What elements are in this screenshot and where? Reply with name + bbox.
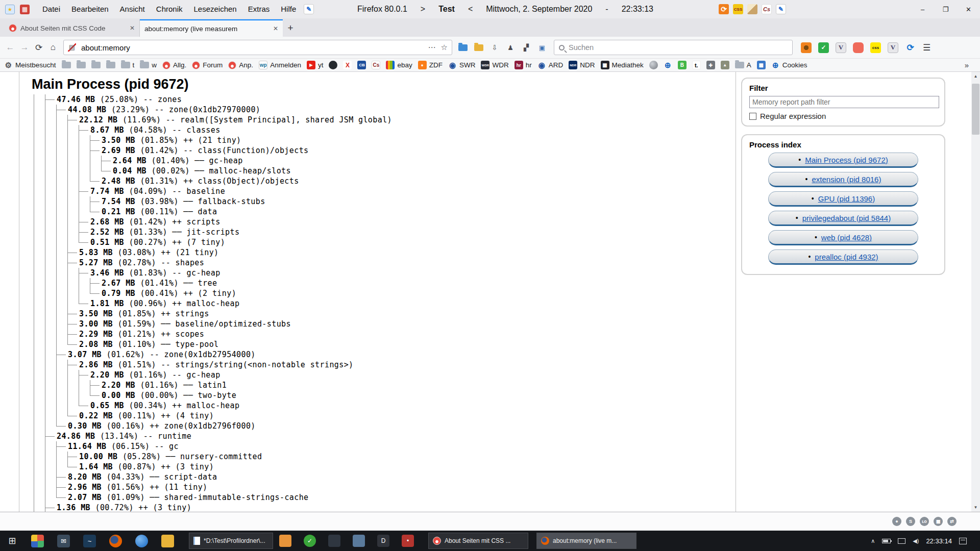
colorzilla-icon[interactable]: Cs (762, 4, 772, 14)
session-grid-icon[interactable]: ▦ (20, 5, 30, 14)
resize-icon[interactable]: ⇄ (947, 517, 957, 526)
memory-tree-row[interactable]: 0.51 MB (00.27%) ++ (7 tiny) (32, 237, 736, 247)
process-link[interactable]: prealloc (pid 4932) (815, 253, 878, 261)
tab-about-seiten[interactable]: About Seiten mit CSS Code ✕ (4, 19, 140, 37)
bookmark-puzzle[interactable]: ✚ (706, 61, 715, 69)
bookmark-ARD[interactable]: ◉ARD (537, 61, 564, 69)
scroll-up-icon[interactable]: ▲ (971, 72, 980, 81)
memory-tree-row[interactable]: 0.30 MB (00.16%) ++ zone(0x1db2796f000) (32, 421, 736, 431)
bookmark-Mediathek[interactable]: ▦Mediathek (601, 61, 644, 69)
bookmark-folder[interactable] (77, 62, 86, 68)
addon-icon[interactable]: ♟ (505, 42, 516, 53)
memory-tree-row[interactable]: 2.69 MB (01.42%) -- class(Function)/obje… (32, 145, 736, 156)
bookmark-x-red[interactable]: X (343, 61, 352, 69)
home-icon[interactable]: ⌂ (46, 40, 60, 55)
battery-icon[interactable] (882, 539, 891, 543)
blue-sphere-icon[interactable] (135, 535, 148, 547)
forward-icon[interactable]: → (17, 40, 32, 55)
menu-bearbeiten[interactable]: Bearbeiten (66, 0, 114, 18)
memory-tree-row[interactable]: 47.46 MB (25.08%) -- zones (32, 94, 736, 105)
menu-chronik[interactable]: Chronik (151, 0, 188, 18)
memory-tree-row[interactable]: 2.68 MB (01.42%) ++ scripts (32, 217, 736, 227)
bookmark-NDR[interactable]: NDRNDR (569, 61, 595, 69)
steel-app-icon[interactable] (353, 535, 365, 547)
firefox-icon[interactable] (109, 535, 122, 547)
broom-icon[interactable] (747, 4, 757, 14)
bookmark-ebay[interactable]: ebay (386, 61, 412, 69)
memory-tree-row[interactable]: 7.74 MB (04.09%) -- baseline (32, 186, 736, 196)
memory-tree-row[interactable]: 0.22 MB (00.11%) ++ (4 tiny) (32, 411, 736, 421)
menu-datei[interactable]: Datei (37, 0, 66, 18)
memory-tree-row[interactable]: 0.65 MB (00.34%) ++ malloc-heap (32, 400, 736, 411)
bookmark-colorzilla[interactable]: Cs (372, 61, 380, 69)
pink-icon[interactable] (853, 42, 864, 53)
green-check-app-icon[interactable]: ✓ (304, 535, 316, 547)
notes-icon[interactable]: ✎ (776, 4, 786, 14)
refresh-icon[interactable]: ⟳ (719, 4, 729, 14)
process-link-button[interactable]: •Main Process (pid 9672) (768, 153, 918, 168)
bookmark-t[interactable]: t (121, 61, 135, 69)
folder-yellow-icon[interactable] (473, 42, 484, 53)
memory-tree-row[interactable]: 24.86 MB (13.14%) -- runtime (32, 431, 736, 441)
media-icon[interactable]: ▞ (521, 42, 532, 53)
start-button-icon[interactable]: ⊞ (0, 531, 24, 551)
restore-button[interactable]: ❐ (934, 0, 957, 18)
lo-icon[interactable]: ʟᴏ (920, 517, 929, 526)
menu-icon[interactable]: ☰ (923, 42, 930, 53)
process-link-button[interactable]: •privilegedabout (pid 5844) (768, 211, 918, 226)
taskbar-window-3[interactable]: about:memory (live m... (536, 533, 636, 549)
process-link[interactable]: extension (pid 8016) (812, 175, 881, 184)
memory-tree-row[interactable]: 3.50 MB (01.85%) ++ strings (32, 309, 736, 319)
page-scrollbar[interactable]: ▲ ▼ (971, 72, 980, 512)
bookmark-Cookies[interactable]: ⊕Cookies (771, 61, 807, 69)
menu-lesezeichen[interactable]: Lesezeichen (188, 0, 242, 18)
proxy-orange-icon[interactable] (801, 42, 812, 53)
bookmark-Meistbesucht[interactable]: ⚙Meistbesucht (4, 61, 56, 69)
bookmark-folder[interactable] (91, 62, 101, 68)
pinwheel-icon[interactable] (31, 535, 44, 547)
notes-icon[interactable]: ✎ (304, 4, 314, 14)
grid-icon[interactable]: ▦ (934, 517, 943, 526)
action-center-icon[interactable] (959, 538, 967, 544)
v-grey-icon[interactable]: V (888, 42, 898, 53)
memory-tree-row[interactable]: 2.20 MB (01.16%) -- gc-heap (32, 370, 736, 380)
memory-tree-row[interactable]: 22.12 MB (11.69%) -- realm([System Princ… (32, 115, 736, 125)
bookmark-w[interactable]: w (140, 61, 157, 69)
process-link[interactable]: GPU (pid 11396) (818, 194, 875, 203)
memory-tree-row[interactable]: 3.46 MB (01.83%) -- gc-heap (32, 268, 736, 278)
network-display-icon[interactable] (898, 538, 905, 544)
memory-tree-row[interactable]: 2.86 MB (01.51%) -- strings/string(<non-… (32, 360, 736, 370)
memory-tree-row[interactable]: 2.29 MB (01.21%) ++ scopes (32, 329, 736, 339)
memory-tree-row[interactable]: 44.08 MB (23.29%) -- zone(0x1db27970000) (32, 105, 736, 115)
filter-input[interactable] (749, 96, 939, 108)
page-actions-icon[interactable]: ⋯ (428, 43, 436, 52)
new-window-icon[interactable]: ★ (5, 5, 15, 14)
process-link-button[interactable]: •extension (pid 8016) (768, 172, 918, 187)
bookmark-ZDF[interactable]: •ZDF (418, 61, 443, 69)
bookmark-SWR[interactable]: ◉SWR (448, 61, 476, 69)
memory-tree-row[interactable]: 8.67 MB (04.58%) -- classes (32, 125, 736, 135)
bookmark-WDR[interactable]: WDRWDR (481, 61, 508, 69)
hidden-icons-chevron[interactable]: ∧ (871, 538, 875, 544)
menu-extras[interactable]: Extras (242, 0, 276, 18)
css-yellow-icon[interactable]: css (870, 42, 881, 53)
taskbar-window-1[interactable]: *D:\Test\Profilordner\... (189, 533, 273, 549)
bookmark-sphere[interactable] (649, 61, 658, 69)
bookmark-Allg.[interactable]: Allg. (162, 61, 186, 69)
tab-close-icon[interactable]: ✕ (130, 24, 135, 32)
dark-app-icon[interactable] (328, 535, 340, 547)
bookmark-folder[interactable] (62, 62, 71, 68)
regex-checkbox[interactable] (749, 113, 756, 120)
memory-tree-row[interactable]: 5.27 MB (02.78%) -- shapes (32, 258, 736, 268)
explorer-folder-icon[interactable] (161, 535, 174, 547)
menu-ansicht[interactable]: Ansicht (114, 0, 151, 18)
memory-tree-row[interactable]: 5.83 MB (03.08%) ++ (21 tiny) (32, 247, 736, 258)
memory-tree-row[interactable]: 11.64 MB (06.15%) -- gc (32, 441, 736, 452)
bookmark-github[interactable] (329, 61, 337, 69)
new-tab-button[interactable]: + (283, 19, 298, 37)
d-app-icon[interactable]: D (377, 535, 389, 547)
orange-app-icon[interactable] (279, 535, 291, 547)
download-icon[interactable]: ⇩ (489, 42, 500, 53)
menu-hilfe[interactable]: Hilfe (275, 0, 302, 18)
thunderbird-icon[interactable]: ~ (83, 535, 96, 547)
